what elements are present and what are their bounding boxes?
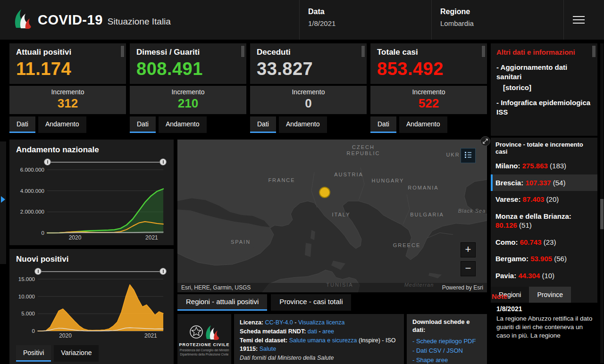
org-line2: Presidenza del Consiglio dei Ministri — [180, 348, 229, 352]
card-scrollbar[interactable] — [241, 45, 245, 58]
country-label: ROMANIA — [408, 185, 438, 190]
province-total: 80.126 — [495, 221, 519, 229]
province-name: Bergamo: — [495, 255, 530, 263]
download-link[interactable]: - Dati CSV / JSON — [412, 346, 481, 356]
slider-handle-right[interactable] — [159, 158, 167, 165]
page-title: COVID-19 — [38, 12, 103, 28]
slider-handle-left[interactable] — [44, 158, 51, 165]
country-label: REPUBLIC — [346, 150, 380, 156]
card-scrollbar[interactable] — [120, 45, 125, 58]
download-link[interactable]: - Schede riepilogo PDF — [412, 337, 481, 346]
stat-card-value: 853.492 — [377, 59, 480, 79]
time-slider[interactable] — [38, 268, 163, 275]
footer: PROTEZIONE CIVILE Presidenza del Consigl… — [177, 314, 487, 364]
footer-link[interactable]: dati — [308, 328, 317, 335]
footer-text: Temi del dataset: — [240, 337, 289, 344]
info-link[interactable]: - Infografica epidemiologica ISS — [496, 98, 592, 117]
info-links: - Aggiornamento dati sanitari[storico]- … — [496, 63, 592, 117]
map-tab-1[interactable]: Province - casi totali — [271, 294, 351, 311]
footer-link[interactable]: aree — [322, 328, 334, 335]
tab-andamento[interactable]: Andamento — [279, 116, 327, 133]
svg-text:2021: 2021 — [144, 332, 157, 339]
map-tab-0[interactable]: Regioni - attuali positivi — [177, 294, 267, 311]
header: COVID-19 Situazione Italia Data 1/8/2021… — [0, 0, 604, 40]
footer-text: 19115: — [240, 346, 260, 352]
increment-label: Incremento — [130, 88, 246, 96]
stat-card-value: 808.491 — [136, 59, 240, 79]
province-row[interactable]: Monza e della Brianza: 80.126 (51) — [491, 208, 597, 234]
footer-link[interactable]: Salute — [260, 346, 276, 352]
tab-dati[interactable]: Dati — [130, 116, 156, 133]
card-scrollbar[interactable] — [481, 45, 486, 58]
zoom-out-button[interactable]: − — [461, 261, 476, 276]
slider-handle-right[interactable] — [159, 268, 167, 275]
time-slider[interactable] — [47, 158, 163, 165]
province-name: Pavia: — [495, 272, 518, 280]
province-list: Milano: 275.863 (183)Brescia: 107.337 (5… — [491, 157, 597, 284]
footer-link[interactable]: Salute umana e sicurezza — [289, 337, 357, 344]
zoom-in-button[interactable]: + — [461, 242, 476, 257]
stat-card-value: 33.827 — [257, 59, 360, 79]
tab-andamento[interactable]: Andamento — [38, 116, 86, 133]
province-row[interactable]: Varese: 87.403 (20) — [491, 191, 597, 208]
region-marker[interactable] — [319, 187, 330, 198]
download-link[interactable]: - Shape aree — [412, 356, 481, 364]
svg-text:6.000.000: 6.000.000 — [20, 167, 44, 173]
country-label: SPAIN — [231, 239, 251, 245]
tab-dati[interactable]: Dati — [370, 116, 396, 133]
province-name: Varese: — [495, 195, 523, 203]
footer-link[interactable]: CC-BY-4.0 — [265, 319, 293, 326]
nuovi-positivi-chart[interactable]: 05.00010.00015.00020202021 — [16, 276, 167, 339]
slider-handle-left[interactable] — [34, 268, 42, 275]
province-name: Monza e della Brianza: — [495, 212, 571, 220]
province-row[interactable]: Bergamo: 53.905 (56) — [491, 250, 597, 267]
increment-label: Incremento — [9, 88, 126, 96]
province-row[interactable]: Como: 60.743 (23) — [491, 234, 597, 251]
note-text: La regione Abruzzo rettifica il dato gua… — [492, 314, 596, 340]
footer-text: Dati forniti dal Ministero della Salute — [240, 355, 334, 361]
increment-label: Incremento — [250, 88, 367, 96]
tab-andamento[interactable]: Andamento — [399, 116, 447, 133]
card-scrollbar[interactable] — [361, 45, 365, 58]
country-label: ITALY — [332, 212, 351, 217]
map[interactable]: CZECHREPUBLICUKRAUSTRIAHUNGARYFRANCEROMA… — [177, 140, 487, 292]
info-scrollbar[interactable] — [592, 45, 596, 58]
info-link[interactable]: [storico] — [496, 83, 592, 92]
panel-collapse-strip[interactable] — [0, 141, 6, 264]
tab-dati[interactable]: Dati — [9, 116, 35, 133]
legend-button[interactable] — [461, 148, 476, 163]
menu-icon[interactable] — [563, 0, 593, 40]
date-block: Data 1/8/2021 — [299, 0, 431, 40]
footer-link[interactable]: Visualizza licenza — [298, 319, 344, 326]
footer-text: - — [317, 328, 322, 335]
province-row[interactable]: Pavia: 44.304 (10) — [491, 267, 597, 284]
expand-panel-arrow-icon[interactable] — [1, 196, 5, 203]
date-value: 1/8/2021 — [308, 19, 431, 27]
tab-dati[interactable]: Dati — [250, 116, 276, 133]
province-row[interactable]: Brescia: 107.337 (54) — [491, 174, 597, 191]
stat-card: Attuali positivi 11.174 Incremento 312 D… — [9, 43, 126, 133]
province-row[interactable]: Milano: 275.863 (183) — [491, 157, 597, 174]
note-box: Note 1/8/2021 La regione Abruzzo rettifi… — [491, 292, 597, 340]
emblem-icon — [189, 323, 220, 340]
stat-card-tabs: DatiAndamento — [130, 116, 246, 133]
expand-map-button[interactable] — [480, 136, 490, 146]
download-title: Download schede e dati: — [412, 318, 481, 334]
tab-variazione[interactable]: Variazione — [54, 345, 99, 362]
info-link[interactable]: - Aggiornamento dati sanitari — [496, 63, 592, 82]
right-scrollbar[interactable] — [600, 43, 604, 363]
stat-card-title: Totale casi — [377, 48, 480, 57]
province-total: 53.905 — [530, 255, 554, 263]
tab-andamento[interactable]: Andamento — [159, 116, 207, 133]
increment-value: 0 — [250, 96, 367, 111]
stat-card-title: Attuali positivi — [16, 48, 119, 57]
andamento-nazionale-chart[interactable]: 02.000.0004.000.0006.000.00020202021 — [16, 167, 167, 241]
stat-card: Deceduti 33.827 Incremento 0 DatiAndamen… — [250, 43, 367, 133]
tab-positivi[interactable]: Positivi — [16, 345, 51, 362]
app-logo-icon — [12, 8, 31, 32]
download-links: - Schede riepilogo PDF- Dati CSV / JSON-… — [412, 337, 481, 364]
scrollbar-thumb[interactable] — [600, 199, 604, 229]
province-name: Como: — [495, 238, 520, 246]
sea-label: Black Sea — [458, 208, 486, 214]
province-panel-title: Province - totale e incremento casi — [491, 141, 597, 155]
